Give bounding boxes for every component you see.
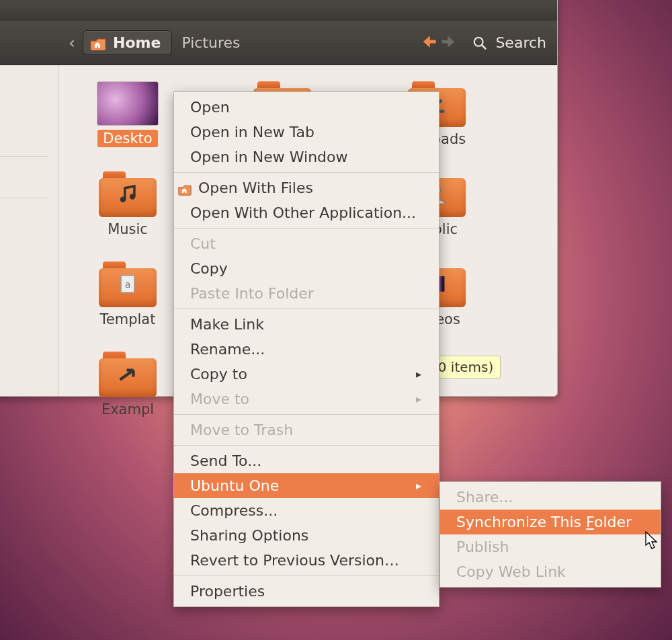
menu-item[interactable]: Copy [174,256,439,281]
submenu-item-label: Publish [456,538,509,555]
cursor-icon [645,531,659,550]
desktop-thumbnail [97,81,159,126]
folder-item[interactable]: Deskto [77,81,178,147]
link-emblem-icon [116,362,139,385]
submenu-item-label: Copy Web Link [456,563,566,580]
menu-item[interactable]: Open With Other Application... [174,200,439,225]
menu-item-label: Move to [190,391,249,407]
svg-point-2 [120,197,126,203]
submenu-item: Publish [440,534,661,559]
submenu-item[interactable]: Synchronize This Folder [440,510,661,534]
menu-item: Cut [174,231,439,256]
folder-item[interactable]: aTemplat [77,262,178,327]
sidebar-item[interactable]: es [0,163,58,191]
breadcrumb-home-label: Home [113,34,161,51]
menu-item[interactable]: Send To... [174,448,439,473]
folder-label: Templat [77,311,178,327]
folder-item[interactable]: Exampl [77,352,178,417]
menu-item[interactable]: Rename... [174,337,439,362]
menu-item-label: Open With Files [198,179,313,196]
menu-item-label: Rename... [190,341,265,358]
window-title[interactable]: ome [0,0,557,21]
menu-item[interactable]: Compress... [174,498,439,523]
svg-point-0 [474,37,483,46]
svg-point-3 [130,194,136,200]
submenu-item: Share... [440,485,661,510]
menu-item-label: Revert to Previous Version… [190,552,399,569]
menu-item[interactable]: Copy to▸ [174,362,439,387]
folder-item[interactable]: Music [77,171,178,237]
menu-item[interactable]: Open in New Tab [174,120,439,145]
sidebar-item[interactable]: ates [0,205,58,233]
folder-icon: a [99,262,157,307]
folder-label: Deskto [97,130,157,147]
sidebar-item[interactable]: op [0,67,58,94]
menu-item-label: Move to Trash [190,422,293,438]
nav-forward-icon [439,32,462,54]
menu-item-label: Compress... [190,502,278,519]
menu-item-label: Sharing Options [190,527,308,544]
svg-text:a: a [125,279,131,290]
submenu-arrow-icon: ▸ [416,368,421,381]
path-back-caret-icon[interactable]: ‹ [61,34,83,52]
sidebar: op nents loads es ates u One s tem [0,65,58,396]
menu-item[interactable]: Properties [174,579,439,604]
search-label: Search [495,34,546,51]
submenu-item-label: Share... [456,489,513,506]
menu-item: Paste Into Folder [174,281,439,306]
context-menu: OpenOpen in New TabOpen in New WindowOpe… [173,91,439,607]
menu-item-label: Send To... [190,452,261,469]
menu-item-label: Ubuntu One [190,477,279,494]
menu-item-label: Open in New Window [190,149,348,165]
menu-item-label: Paste Into Folder [190,285,314,302]
svg-line-1 [482,44,486,48]
menu-item-label: Copy [190,260,228,277]
folder-label: Exampl [77,401,178,417]
menu-item[interactable]: Sharing Options [174,523,439,548]
submenu-arrow-icon: ▸ [416,479,421,492]
breadcrumb-home-button[interactable]: Home [83,30,172,55]
breadcrumb-pictures[interactable]: Pictures [181,34,240,51]
submenu-item-label: Synchronize This Folder [456,514,632,530]
files-app-icon [178,182,192,194]
toolbar: ‹ Home Pictures Search [0,21,557,65]
menu-item-label: Copy to [190,366,247,383]
home-folder-icon [90,36,106,50]
submenu-arrow-icon: ▸ [416,393,421,405]
sidebar-item[interactable]: u One [0,233,58,260]
sidebar-item[interactable]: loads [0,122,58,149]
menu-item-label: Open With Other Application... [190,204,416,221]
folder-icon [99,352,157,397]
context-submenu: Share...Synchronize This FolderPublishCo… [439,481,661,588]
svg-rect-9 [442,276,444,292]
sidebar-item[interactable]: nents [0,94,58,122]
menu-item[interactable]: Ubuntu One▸ [174,473,439,498]
nav-back-icon[interactable] [416,32,439,54]
sidebar-item[interactable]: tem [0,288,58,315]
music-emblem-icon [116,182,139,205]
search-icon [472,36,487,50]
menu-item[interactable]: Revert to Previous Version… [174,548,439,573]
submenu-item: Copy Web Link [440,559,661,584]
menu-item-label: Make Link [190,316,264,333]
doc-emblem-icon: a [116,272,139,295]
menu-item: Move to▸ [174,387,439,411]
folder-label: Music [77,221,178,237]
menu-item[interactable]: Open [174,95,439,120]
menu-item-label: Properties [190,583,265,600]
sidebar-item[interactable]: s [0,260,58,288]
menu-item-label: Open in New Tab [190,124,314,141]
menu-item-label: Cut [190,235,216,252]
folder-icon [99,171,157,217]
menu-item: Move to Trash [174,417,439,442]
search-button[interactable]: Search [472,34,546,51]
menu-item-label: Open [190,99,230,116]
menu-item[interactable]: Open With Files [174,175,439,200]
menu-item[interactable]: Make Link [174,312,439,337]
menu-item[interactable]: Open in New Window [174,145,439,169]
